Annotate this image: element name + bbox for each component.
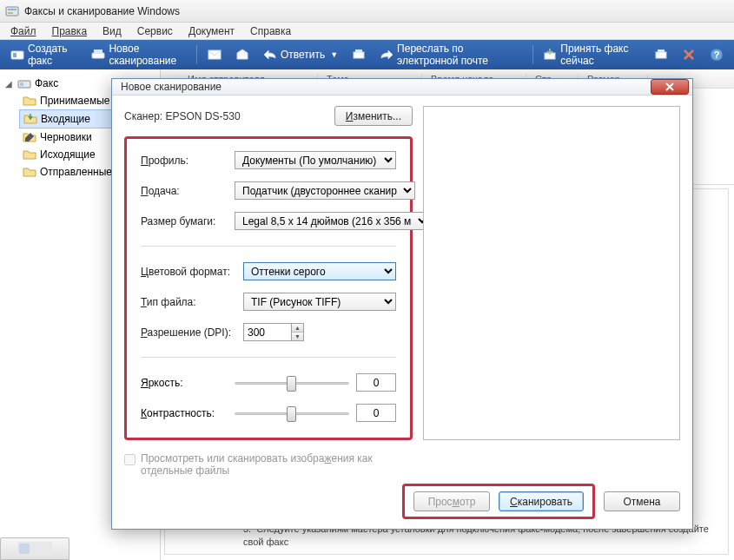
menu-tools[interactable]: Сервис xyxy=(130,23,180,39)
window-title: Факсы и сканирование Windows xyxy=(24,5,180,17)
svg-rect-1 xyxy=(8,9,17,10)
profile-label: Профиль: xyxy=(141,155,228,167)
mail-icon xyxy=(208,48,222,62)
dpi-label: Разрешение (DPI): xyxy=(141,326,236,339)
taskbar-thumbnail[interactable] xyxy=(0,537,69,560)
dpi-down-button[interactable]: ▼ xyxy=(292,333,303,340)
printer-icon xyxy=(654,48,668,62)
menu-file[interactable]: Файл xyxy=(3,23,43,39)
svg-rect-16 xyxy=(20,82,23,86)
separate-files-checkbox-row: Просмотреть или сканировать изображения … xyxy=(124,452,402,477)
reply-button[interactable]: Ответить ▼ xyxy=(258,45,343,64)
paper-size-select[interactable]: Legal 8,5 x 14 дюймов (216 x 356 м xyxy=(235,212,430,230)
reply-icon xyxy=(263,48,277,62)
svg-rect-4 xyxy=(13,53,17,57)
receive-label: Принять факс сейчас xyxy=(560,43,640,67)
sidebar-item-label: Входящие xyxy=(41,113,90,125)
new-scan-button[interactable]: Новое сканирование xyxy=(86,40,191,69)
brightness-slider[interactable] xyxy=(235,375,349,391)
paper-size-label: Размер бумаги: xyxy=(141,215,228,227)
source-select[interactable]: Податчик (двустороннее сканир xyxy=(235,181,415,200)
reply-label: Ответить xyxy=(281,49,325,61)
new-fax-button[interactable]: Создать факс xyxy=(5,40,83,69)
dpi-input[interactable] xyxy=(243,323,291,341)
receive-fax-button[interactable]: Принять факс сейчас xyxy=(538,40,645,69)
menu-help[interactable]: Справка xyxy=(243,23,298,39)
separate-files-checkbox xyxy=(124,454,136,465)
contrast-slider[interactable] xyxy=(235,405,349,421)
scanner-label: Сканер: EPSON DS-530 xyxy=(124,110,334,122)
scanner-icon xyxy=(91,48,105,62)
preview-button[interactable]: Просмотр xyxy=(413,491,490,511)
svg-rect-18 xyxy=(19,544,30,554)
toolbar-print-icon[interactable] xyxy=(649,45,673,64)
menubar: Файл Правка Вид Сервис Документ Справка xyxy=(0,23,734,40)
svg-rect-8 xyxy=(354,52,364,58)
window-titlebar: Факсы и сканирование Windows xyxy=(0,0,734,23)
app-icon xyxy=(5,4,19,18)
separate-files-label: Просмотреть или сканировать изображения … xyxy=(141,452,402,477)
sidebar-item-label: Отправленные xyxy=(40,166,112,178)
sidebar-item-label: Принимаемые xyxy=(40,95,109,107)
toolbar-help-icon[interactable]: ? xyxy=(704,45,729,64)
toolbar-btn2[interactable] xyxy=(230,45,255,64)
change-scanner-button[interactable]: Изменить... xyxy=(334,106,413,126)
fax-icon xyxy=(10,48,24,62)
menu-document[interactable]: Документ xyxy=(182,23,241,39)
dialog-form-column: Сканер: EPSON DS-530 Изменить... Профиль… xyxy=(124,106,413,440)
primary-actions-highlight: Просмотр Сканировать xyxy=(402,484,595,519)
scan-settings-group: Профиль: Документы (По умолчанию) Подача… xyxy=(124,136,413,440)
print-icon xyxy=(352,48,366,62)
help-icon: ? xyxy=(710,48,724,62)
tree-root-label: Факс xyxy=(35,77,58,89)
fax-machine-icon xyxy=(17,76,31,90)
folder-icon xyxy=(23,94,36,108)
toolbar-delete-icon[interactable] xyxy=(677,45,701,64)
menu-edit[interactable]: Правка xyxy=(45,23,95,39)
svg-text:?: ? xyxy=(714,49,720,60)
new-scan-label: Новое сканирование xyxy=(109,43,186,67)
close-icon xyxy=(665,82,675,91)
mail-open-icon xyxy=(235,48,249,62)
svg-rect-12 xyxy=(658,49,665,53)
file-type-select[interactable]: TIF (Рисунок TIFF) xyxy=(243,293,396,311)
forward-email-button[interactable]: Переслать по электронной почте xyxy=(374,40,526,69)
forward-icon xyxy=(380,48,393,62)
sidebar-item-label: Черновики xyxy=(40,131,92,143)
dpi-up-button[interactable]: ▲ xyxy=(292,324,303,333)
brightness-label: Яркость: xyxy=(141,377,228,389)
cancel-button[interactable]: Отмена xyxy=(604,491,680,511)
close-button[interactable] xyxy=(651,79,689,95)
svg-rect-2 xyxy=(8,12,13,14)
toolbar: Создать факс Новое сканирование Ответить… xyxy=(0,40,734,69)
scan-button[interactable]: Сканировать xyxy=(499,491,584,511)
toolbar-btn3[interactable] xyxy=(347,45,371,64)
forward-label: Переслать по электронной почте xyxy=(397,43,521,67)
svg-rect-0 xyxy=(6,7,18,16)
scan-preview-area xyxy=(423,106,680,440)
dpi-spinner[interactable]: ▲ ▼ xyxy=(243,323,304,341)
slider-thumb[interactable] xyxy=(287,376,296,392)
receive-icon xyxy=(543,48,557,62)
svg-rect-6 xyxy=(94,49,102,54)
slider-thumb[interactable] xyxy=(287,406,296,422)
tree-expander-icon[interactable]: ◢ xyxy=(5,79,14,89)
new-fax-label: Создать факс xyxy=(28,43,77,67)
contrast-value[interactable]: 0 xyxy=(356,404,396,422)
drafts-icon xyxy=(23,130,36,144)
menu-view[interactable]: Вид xyxy=(96,23,129,39)
dialog-titlebar[interactable]: Новое сканирование xyxy=(112,79,692,96)
sidebar-item-label: Исходящие xyxy=(40,148,96,161)
profile-select[interactable]: Документы (По умолчанию) xyxy=(235,151,396,169)
dialog-title: Новое сканирование xyxy=(121,81,651,93)
file-type-label: Тип файла: xyxy=(141,296,236,308)
folder-icon xyxy=(23,148,36,161)
svg-rect-11 xyxy=(656,52,666,58)
dialog-preview-column xyxy=(423,106,680,440)
inbox-icon xyxy=(23,112,37,126)
color-format-select[interactable]: Оттенки серого xyxy=(243,262,396,280)
color-format-label: Цветовой формат: xyxy=(141,266,236,278)
brightness-value[interactable]: 0 xyxy=(356,373,396,392)
source-label: Подача: xyxy=(141,185,228,197)
toolbar-btn1[interactable] xyxy=(202,45,227,64)
